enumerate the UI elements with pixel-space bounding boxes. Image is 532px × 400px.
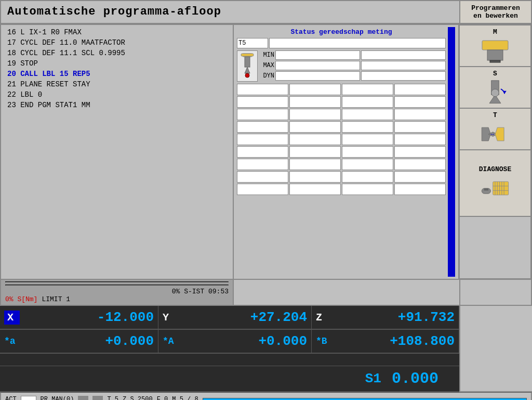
status-grid xyxy=(237,84,446,195)
coord-label-z: Z xyxy=(316,312,331,324)
status-cell xyxy=(237,84,288,95)
dyn-input2[interactable] xyxy=(361,71,446,81)
coord-label-y: Y xyxy=(163,312,178,324)
progress-coord-block: 0% S-IST 09:53 0% S[Nm] LIMIT 1 xyxy=(0,280,532,306)
svg-rect-7 xyxy=(490,60,500,62)
sidebar-btn-m[interactable]: M xyxy=(459,25,531,67)
info-t: T 5 xyxy=(107,396,118,401)
m-icon xyxy=(480,38,511,64)
status-cell xyxy=(289,96,341,108)
status-cell xyxy=(237,146,288,158)
program-line: 19 STOP xyxy=(5,58,229,69)
status-title: Status gereedschap meting xyxy=(237,28,446,36)
status-cell xyxy=(342,146,393,158)
info-checkbox xyxy=(21,396,36,401)
status-panel: Status gereedschap meting xyxy=(234,25,459,280)
status-cell xyxy=(237,121,288,133)
min-row: MIN xyxy=(259,50,446,60)
coord-cell-x: X -12.000 xyxy=(0,306,158,329)
s1-label: S1 xyxy=(365,371,381,386)
sidebar-diagnose-label: DIAGNOSE xyxy=(479,165,511,173)
info-prman: PR MAN(0) xyxy=(41,396,74,401)
max-input1[interactable] xyxy=(275,61,360,70)
coord-value-z: +91.732 xyxy=(331,309,455,325)
status-cell xyxy=(289,184,341,195)
svg-rect-17 xyxy=(484,188,489,190)
program-line: 23 END PGM STAT1 MM xyxy=(5,100,229,110)
status-cell xyxy=(342,84,393,95)
programmeren-button[interactable]: Programmerenen bewerken xyxy=(459,0,532,24)
svg-text:↔: ↔ xyxy=(490,131,494,137)
program-line: 22 LBL 0 xyxy=(5,89,229,100)
progress-area: 0% S-IST 09:53 0% S[Nm] LIMIT 1 xyxy=(0,280,234,306)
coord-label-B: *B xyxy=(316,336,331,346)
sidebar-s-label: S xyxy=(493,70,497,78)
sidebar-m-label: M xyxy=(493,28,497,36)
status-cell xyxy=(394,109,446,120)
svg-marker-14 xyxy=(495,127,504,141)
t5-wide-field[interactable] xyxy=(269,38,446,48)
status-cell xyxy=(289,159,341,170)
status-cell xyxy=(289,121,341,133)
min-input2[interactable] xyxy=(361,50,446,60)
progress-track-1 xyxy=(5,281,229,282)
info-act: ACT xyxy=(5,396,17,401)
status-cell xyxy=(289,171,341,183)
status-cell xyxy=(237,184,288,195)
sidebar-btn-diagnose[interactable]: DIAGNOSE xyxy=(459,150,531,216)
status-cell xyxy=(394,84,446,95)
max-row: MAX xyxy=(259,61,446,70)
progress-text2-black: LIMIT 1 xyxy=(42,295,70,303)
info-bar: ACT PR MAN(0) T 5 Z S 2500 F 0 M 5 / 8 xyxy=(0,392,532,400)
svg-point-10 xyxy=(491,89,499,97)
coord-value-y: +27.204 xyxy=(178,309,307,325)
status-cell xyxy=(342,159,393,170)
coord-cell-A: *A +0.000 xyxy=(158,330,312,353)
max-label: MAX xyxy=(259,62,274,69)
info-icon1 xyxy=(78,396,88,401)
status-cell xyxy=(394,96,446,108)
progress-row2: 0% S[Nm] LIMIT 1 xyxy=(5,295,229,303)
coord-cell-a-small: *a +0.000 xyxy=(0,330,158,353)
coord-row-empty xyxy=(0,354,459,366)
dyn-row: DYN xyxy=(259,71,446,81)
status-scrollbar[interactable] xyxy=(448,27,455,277)
min-input1[interactable] xyxy=(275,50,360,60)
status-cell xyxy=(342,121,393,133)
s1-row: S1 0.000 xyxy=(0,366,459,392)
svg-marker-2 xyxy=(245,67,250,73)
progress-text1: 0% S-IST 09:53 xyxy=(5,288,229,295)
status-cell xyxy=(289,146,341,158)
coord-row-1: X -12.000 Y +27.204 Z +91.732 xyxy=(0,306,459,330)
svg-rect-1 xyxy=(245,57,250,67)
t5-field[interactable] xyxy=(237,38,268,48)
status-cell xyxy=(394,121,446,133)
coord-cell-y: Y +27.204 xyxy=(158,306,312,329)
header: Automatische programma-afloop Programmer… xyxy=(0,0,532,25)
dyn-label: DYN xyxy=(259,72,274,80)
status-cell xyxy=(289,134,341,145)
s1-value: 0.000 xyxy=(392,370,438,388)
coord-value-A: +0.000 xyxy=(178,333,307,349)
status-cell xyxy=(394,171,446,183)
status-cell xyxy=(342,96,393,108)
coord-label-A: *A xyxy=(163,336,178,346)
status-cell xyxy=(342,134,393,145)
program-line: 18 CYCL DEF 11.1 SCL 0.9995 xyxy=(5,48,229,58)
dyn-input1[interactable] xyxy=(275,71,360,81)
max-input2[interactable] xyxy=(361,61,446,70)
progress-text2-red: 0% S[Nm] xyxy=(5,295,37,303)
status-cell xyxy=(237,96,288,108)
app-title: Automatische programma-afloop xyxy=(0,0,459,24)
sidebar-btn-s[interactable]: S xyxy=(459,67,531,108)
info-icon2 xyxy=(92,396,103,401)
svg-marker-11 xyxy=(503,91,507,93)
coord-spacer xyxy=(234,280,459,306)
t5-row xyxy=(237,38,446,48)
info-zs: Z S 2500 xyxy=(123,396,153,401)
coord-main: X -12.000 Y +27.204 Z +91.732 *a +0.000 … xyxy=(0,306,459,392)
sidebar-btn-t[interactable]: T ↔ xyxy=(459,108,531,150)
status-cell xyxy=(289,84,341,95)
progress-track-2 xyxy=(5,285,229,286)
status-cell xyxy=(237,171,288,183)
